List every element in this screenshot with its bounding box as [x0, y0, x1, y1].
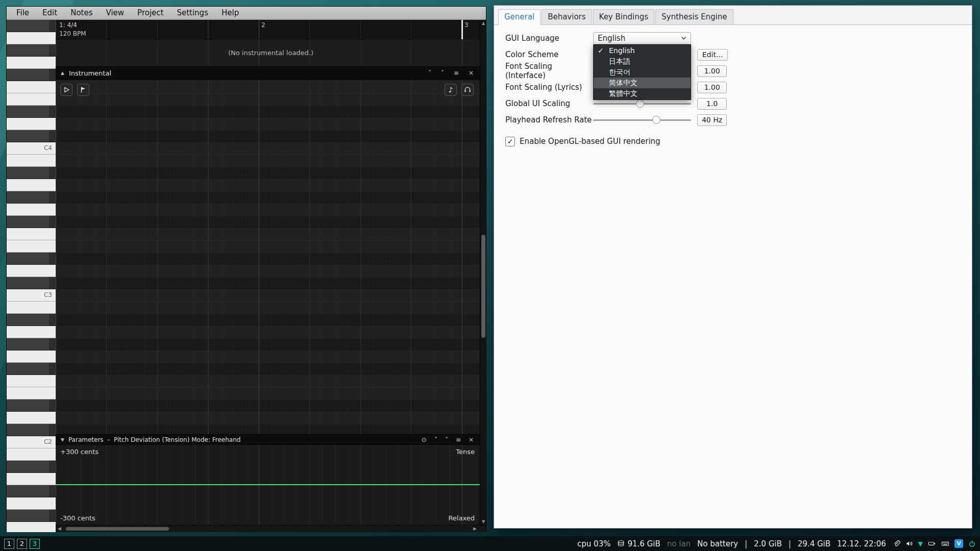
chevron-up-icon[interactable]: ˄: [441, 70, 444, 76]
piano-key[interactable]: [7, 314, 56, 326]
color-scheme-edit-button[interactable]: Edit...: [697, 49, 728, 61]
expand-triangle-icon[interactable]: ▼: [61, 437, 64, 442]
piano-key[interactable]: [7, 20, 56, 32]
fit-height-icon[interactable]: ≡: [456, 437, 461, 443]
close-icon[interactable]: ×: [469, 70, 474, 76]
timeline-ruler[interactable]: 1: 4/4 120 BPM 2 3: [56, 20, 486, 39]
piano-key[interactable]: [7, 253, 56, 265]
piano-key[interactable]: [7, 81, 56, 93]
tab-key-bindings[interactable]: Key Bindings: [593, 9, 654, 24]
tray-caret-icon[interactable]: ▼: [918, 540, 923, 547]
piano-key[interactable]: [7, 302, 56, 314]
options-icon[interactable]: ⊙: [422, 437, 427, 443]
piano-key[interactable]: [7, 265, 56, 277]
workspace-2[interactable]: 2: [17, 539, 27, 549]
piano-key[interactable]: [7, 228, 56, 240]
chevron-down-icon[interactable]: ˅: [434, 437, 437, 443]
global-ui-scaling-value[interactable]: 1.0: [697, 98, 727, 110]
piano-key[interactable]: [7, 44, 56, 57]
playhead-marker[interactable]: [461, 20, 463, 39]
piano-key[interactable]: C2: [7, 436, 56, 448]
power-supply-icon[interactable]: [928, 540, 936, 547]
piano-key[interactable]: C4: [7, 142, 56, 155]
tab-synthesis-engine[interactable]: Synthesis Engine: [655, 9, 733, 24]
piano-key[interactable]: [7, 118, 56, 130]
close-icon[interactable]: ×: [469, 437, 474, 443]
piano-key[interactable]: [7, 461, 56, 473]
slider-handle[interactable]: [652, 116, 660, 124]
input-method-badge[interactable]: V: [954, 539, 963, 548]
playhead-refresh-value[interactable]: 40 Hz: [697, 114, 727, 126]
piano-key[interactable]: [7, 350, 56, 363]
piano-key[interactable]: [7, 510, 56, 522]
tab-behaviors[interactable]: Behaviors: [542, 9, 592, 24]
language-option[interactable]: 繁體中文: [594, 88, 691, 99]
piano-key[interactable]: [7, 106, 56, 118]
piano-key[interactable]: [7, 240, 56, 253]
opengl-checkbox[interactable]: ✓: [505, 137, 515, 146]
chevron-up-icon[interactable]: ˄: [445, 437, 448, 443]
vertical-scrollbar[interactable]: ▲ ▼: [480, 20, 486, 525]
piano-key[interactable]: [7, 326, 56, 338]
piano-key[interactable]: [7, 155, 56, 167]
piano-roll-grid[interactable]: ♪: [56, 80, 486, 434]
piano-key[interactable]: [7, 375, 56, 387]
piano-key[interactable]: [7, 485, 56, 497]
language-option[interactable]: 日本語: [594, 56, 691, 67]
flag-tool-button[interactable]: [77, 84, 89, 96]
collapse-triangle-icon[interactable]: ▲: [61, 70, 64, 76]
font-scaling-interface-value[interactable]: 1.00: [697, 65, 727, 77]
parameters-panel[interactable]: +300 cents Tense -300 cents Relaxed: [56, 445, 486, 525]
language-option[interactable]: 한국어: [594, 67, 691, 78]
piano-key[interactable]: [7, 363, 56, 375]
piano-key[interactable]: [7, 412, 56, 424]
slider-handle[interactable]: [636, 99, 644, 108]
menu-item-help[interactable]: Help: [215, 7, 246, 19]
piano-key[interactable]: [7, 448, 56, 461]
piano-key[interactable]: [7, 167, 56, 179]
workspace-1[interactable]: 1: [4, 539, 14, 549]
menu-item-project[interactable]: Project: [131, 7, 170, 19]
piano-key[interactable]: [7, 338, 56, 350]
piano-key[interactable]: [7, 522, 56, 532]
language-option[interactable]: ✓English: [594, 45, 691, 56]
piano-key[interactable]: [7, 191, 56, 204]
fit-height-icon[interactable]: ≡: [454, 70, 459, 76]
instrumental-track-area[interactable]: (No instrumental loaded.): [56, 39, 486, 67]
scroll-right-icon[interactable]: ▶: [473, 526, 477, 531]
keyboard-icon[interactable]: [941, 540, 949, 547]
menu-item-file[interactable]: File: [10, 7, 36, 19]
font-scaling-lyrics-value[interactable]: 1.00: [697, 82, 727, 93]
scroll-left-icon[interactable]: ◀: [58, 526, 61, 531]
note-mode-button[interactable]: ♪: [445, 84, 457, 96]
workspace-3[interactable]: 3: [30, 539, 40, 549]
horizontal-scrollbar[interactable]: ◀ ▶: [56, 525, 486, 532]
play-tool-button[interactable]: [60, 84, 72, 96]
language-option[interactable]: 简体中文: [594, 78, 691, 88]
scroll-down-icon[interactable]: ▼: [480, 519, 486, 524]
menu-item-notes[interactable]: Notes: [64, 7, 99, 19]
tab-general[interactable]: General: [498, 9, 541, 25]
piano-key[interactable]: [7, 387, 56, 399]
gui-language-select[interactable]: English: [593, 32, 691, 44]
menu-item-edit[interactable]: Edit: [36, 7, 64, 19]
piano-key[interactable]: [7, 277, 56, 289]
vertical-scrollbar-thumb[interactable]: [481, 235, 485, 338]
menu-item-view[interactable]: View: [100, 7, 131, 19]
listen-button[interactable]: [461, 84, 474, 96]
piano-key[interactable]: [7, 179, 56, 191]
piano-key[interactable]: [7, 473, 56, 485]
piano-key[interactable]: [7, 497, 56, 510]
chevron-down-icon[interactable]: ˅: [428, 70, 431, 76]
piano-key[interactable]: [7, 130, 56, 142]
pitch-deviation-curve[interactable]: [56, 484, 486, 485]
piano-key[interactable]: [7, 424, 56, 436]
power-icon[interactable]: [968, 540, 976, 547]
scroll-up-icon[interactable]: ▲: [480, 21, 486, 26]
piano-key[interactable]: [7, 69, 56, 81]
paperclip-icon[interactable]: [893, 540, 900, 547]
piano-key[interactable]: [7, 32, 56, 44]
volume-icon[interactable]: [905, 540, 913, 547]
piano-key[interactable]: [7, 204, 56, 216]
piano-key[interactable]: C3: [7, 289, 56, 302]
